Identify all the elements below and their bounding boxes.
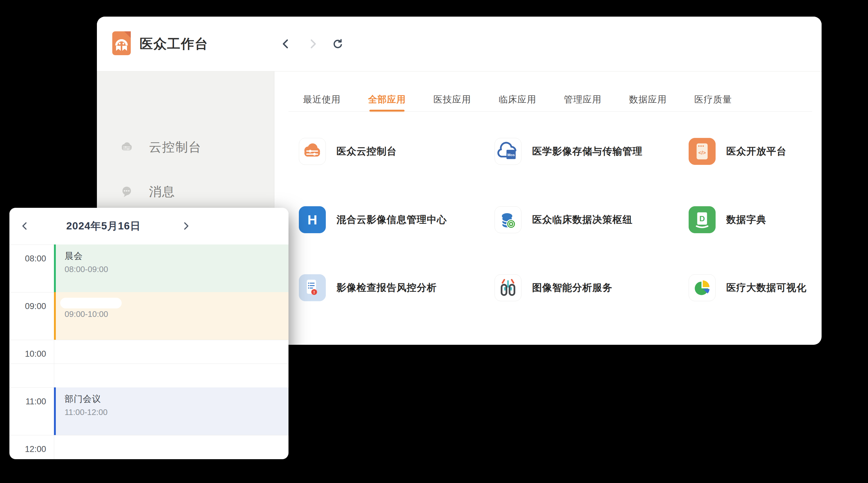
app-medical-image-storage[interactable]: Mos 医学影像存储与传输管理 <box>495 138 643 165</box>
chevron-right-icon <box>306 47 319 52</box>
sidebar-item-cloud-console[interactable]: 云控制台 <box>97 133 274 161</box>
chevron-left-icon <box>18 229 32 234</box>
app-clinical-data-hub[interactable]: 医众临床数据决策枢纽 <box>495 206 632 233</box>
tab-bar: 最近使用 全部应用 医技应用 临床应用 管理应用 数据应用 医疗质量 <box>303 92 732 107</box>
app-logo-icon <box>112 31 131 55</box>
cloud-sliders-icon <box>299 138 326 165</box>
sidebar-item-label: 云控制台 <box>149 138 202 156</box>
event-time: 09:00-10:00 <box>65 309 108 319</box>
data-dictionary-icon: D <box>689 206 716 233</box>
app-label: 医众开放平台 <box>726 145 786 158</box>
refresh-button[interactable] <box>331 37 345 51</box>
app-cloud-console[interactable]: 医众云控制台 <box>299 138 397 165</box>
refresh-icon <box>331 47 345 52</box>
app-image-ai-analysis[interactable]: 图像智能分析服务 <box>495 274 613 301</box>
app-label: 数据字典 <box>726 213 766 226</box>
clinical-database-icon <box>495 206 522 233</box>
screen: 医众工作台 <box>0 0 868 483</box>
gridline <box>9 435 288 436</box>
tab-clinical-apps[interactable]: 临床应用 <box>499 93 536 106</box>
calendar-event-morning-meeting[interactable]: 晨会 08:00-09:00 <box>54 245 288 292</box>
app-label: 影像检查报告风控分析 <box>337 281 437 294</box>
app-label: 医众临床数据决策枢纽 <box>532 213 632 226</box>
d-glyph: D <box>699 215 705 223</box>
app-open-platform[interactable]: </> 医众开放平台 <box>689 138 786 165</box>
sidebar-item-label: 消息 <box>149 183 175 200</box>
calendar-event-redacted[interactable]: 09:00-10:00 <box>54 292 288 340</box>
cloud-console-icon <box>119 139 134 155</box>
h-glyph: H <box>307 212 317 227</box>
hybrid-cloud-icon: H <box>299 206 326 233</box>
next-day-button[interactable] <box>179 219 192 233</box>
tab-data-apps[interactable]: 数据应用 <box>629 93 667 106</box>
calendar-event-department-meeting[interactable]: 部门会议 11:00-12:00 <box>54 387 288 435</box>
sidebar-item-messages[interactable]: 消息 <box>97 178 274 205</box>
code-glyph: </> <box>699 150 706 156</box>
time-label: 10:00 <box>9 349 46 359</box>
window-header: 医众工作台 <box>97 17 822 71</box>
time-label: 11:00 <box>9 397 46 407</box>
time-label: 12:00 <box>9 445 46 454</box>
lung-analysis-icon <box>495 274 522 301</box>
back-button[interactable] <box>279 37 293 51</box>
tab-medtech-apps[interactable]: 医技应用 <box>433 93 471 106</box>
chevron-right-icon <box>179 229 192 234</box>
calendar-header: 2024年5月16日 <box>9 208 288 245</box>
app-report-risk-analysis[interactable]: ! 影像检查报告风控分析 <box>299 274 437 301</box>
event-time: 08:00-09:00 <box>65 264 288 274</box>
report-risk-icon: ! <box>299 274 326 301</box>
tab-recently-used[interactable]: 最近使用 <box>303 93 341 106</box>
app-title: 医众工作台 <box>140 17 209 71</box>
open-platform-icon: </> <box>689 138 716 165</box>
pie-chart-icon <box>689 274 716 301</box>
cloud-storage-icon: Mos <box>495 138 522 165</box>
tab-divider <box>288 111 812 111</box>
gridline <box>9 340 288 340</box>
app-label: 混合云影像信息管理中心 <box>337 213 447 226</box>
event-title: 晨会 <box>65 250 288 262</box>
app-label: 医众云控制台 <box>337 145 397 158</box>
event-time: 11:00-12:00 <box>65 408 288 417</box>
tab-medical-quality[interactable]: 医疗质量 <box>694 93 732 106</box>
redacted-event-title <box>60 298 122 309</box>
calendar-panel: 2024年5月16日 晨会 08:00-09:00 <box>9 208 288 459</box>
event-title: 部门会议 <box>65 393 288 405</box>
app-hybrid-cloud-center[interactable]: H 混合云影像信息管理中心 <box>299 206 447 233</box>
mos-badge: Mos <box>507 153 515 157</box>
calendar-grid: 晨会 08:00-09:00 09:00-10:00 部门会议 11:00-12… <box>9 245 288 459</box>
message-icon <box>119 184 134 199</box>
forward-button[interactable] <box>306 37 319 51</box>
time-label: 09:00 <box>9 301 46 311</box>
gridline-half-hour <box>9 363 288 364</box>
previous-day-button[interactable] <box>18 219 32 233</box>
calendar-date-label: 2024年5月16日 <box>41 208 166 245</box>
app-big-data-visualization[interactable]: 医疗大数据可视化 <box>689 274 807 301</box>
app-label: 医学影像存储与传输管理 <box>532 145 643 158</box>
app-label: 医疗大数据可视化 <box>726 281 807 294</box>
tab-management-apps[interactable]: 管理应用 <box>564 93 601 106</box>
app-data-dictionary[interactable]: D 数据字典 <box>689 206 766 233</box>
svg-text:!: ! <box>314 290 315 295</box>
tab-all-apps[interactable]: 全部应用 <box>368 93 406 106</box>
chevron-left-icon <box>279 47 293 52</box>
app-label: 图像智能分析服务 <box>532 281 613 294</box>
time-label: 08:00 <box>9 254 46 264</box>
